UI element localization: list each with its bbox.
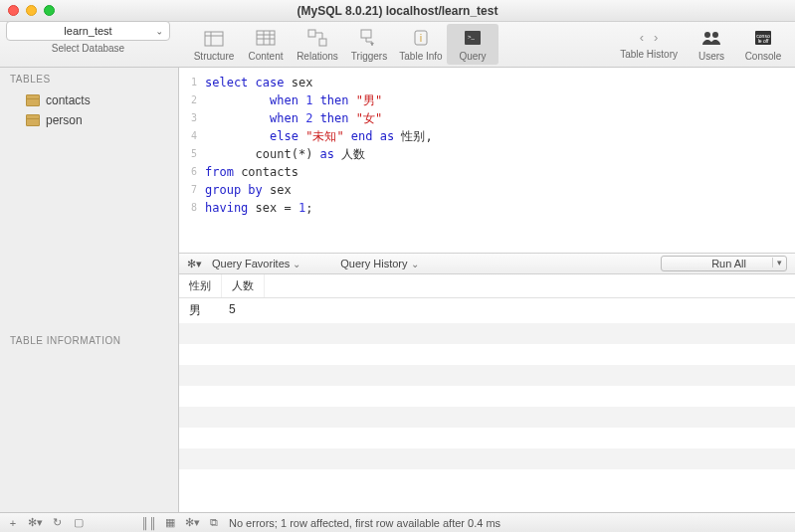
- svg-text:>_: >_: [468, 34, 476, 40]
- table info-icon: i: [409, 27, 433, 49]
- titlebar: (MySQL 8.0.21) localhost/learn_test: [0, 0, 795, 22]
- relations-icon: [305, 27, 329, 49]
- console-icon: console off: [751, 27, 775, 49]
- svg-text:le off: le off: [758, 38, 769, 44]
- sidebar: TABLES contactsperson TABLE INFORMATION: [0, 68, 179, 512]
- structure-icon: [202, 27, 226, 49]
- svg-rect-9: [319, 39, 326, 46]
- results-header: 性别人数: [179, 274, 795, 298]
- toolbar-tab-table-info[interactable]: iTable Info: [395, 24, 447, 65]
- window-title: (MySQL 8.0.21) localhost/learn_test: [0, 4, 795, 18]
- query-midbar: ✻▾ Query Favorites Query History Run All: [179, 253, 795, 274]
- toolbar-tab-relations[interactable]: Relations: [292, 24, 343, 65]
- history-forward-button[interactable]: ›: [654, 30, 658, 45]
- add-icon[interactable]: +: [6, 517, 20, 529]
- columns-icon[interactable]: ║║: [141, 517, 155, 529]
- table-history-label: Table History: [620, 49, 678, 60]
- refresh-icon[interactable]: ↻: [50, 516, 64, 529]
- panel-icon[interactable]: ▢: [72, 516, 86, 529]
- sidebar-tables-heading: TABLES: [0, 68, 178, 90]
- database-selector-value: learn_test: [64, 25, 111, 37]
- table-icon: [26, 114, 40, 126]
- svg-rect-8: [308, 30, 315, 37]
- triggers-icon: [357, 27, 381, 49]
- copy-icon[interactable]: ⧉: [207, 516, 221, 529]
- toolbar-tab-triggers[interactable]: Triggers: [343, 24, 395, 65]
- gear-icon[interactable]: ✻▾: [28, 516, 42, 529]
- toolbar-console-button[interactable]: console offConsole: [737, 24, 789, 65]
- grid-icon[interactable]: ▦: [163, 516, 177, 529]
- svg-marker-11: [370, 43, 374, 46]
- svg-text:i: i: [420, 32, 422, 44]
- users-icon: [699, 27, 723, 49]
- toolbar-tab-query[interactable]: >_Query: [447, 24, 498, 65]
- result-row[interactable]: 男5: [179, 298, 795, 323]
- toolbar-tab-structure[interactable]: Structure: [188, 24, 240, 65]
- history-back-button[interactable]: ‹: [640, 30, 644, 45]
- svg-rect-3: [257, 31, 275, 45]
- column-header[interactable]: 人数: [222, 274, 265, 297]
- svg-point-16: [704, 32, 710, 38]
- database-selector-label: Select Database: [52, 43, 124, 54]
- sql-editor[interactable]: 12345678 select case sex when 1 then "男"…: [179, 68, 795, 223]
- gear2-icon[interactable]: ✻▾: [185, 516, 199, 529]
- statusbar: + ✻▾ ↻ ▢ ║║ ▦ ✻▾ ⧉ No errors; 1 row affe…: [0, 512, 795, 532]
- table-icon: [26, 94, 40, 106]
- results-body: 男5: [179, 298, 795, 512]
- database-selector[interactable]: learn_test: [6, 21, 170, 41]
- content-icon: [254, 27, 278, 49]
- query-icon: >_: [461, 27, 485, 49]
- toolbar-tab-content[interactable]: Content: [240, 24, 292, 65]
- column-header[interactable]: 性别: [179, 274, 222, 297]
- sidebar-info-heading: TABLE INFORMATION: [0, 329, 178, 352]
- svg-rect-0: [205, 32, 223, 46]
- status-text: No errors; 1 row affected, first row ava…: [229, 517, 500, 529]
- run-all-button[interactable]: Run All: [661, 256, 787, 271]
- editor-area: 12345678 select case sex when 1 then "男"…: [179, 68, 795, 512]
- toolbar-users-button[interactable]: Users: [686, 24, 737, 65]
- toolbar: learn_test Select Database StructureCont…: [0, 22, 795, 68]
- svg-rect-10: [361, 30, 371, 38]
- query-favorites-dropdown[interactable]: Query Favorites: [212, 258, 300, 269]
- query-history-dropdown[interactable]: Query History: [340, 258, 418, 269]
- table-item-person[interactable]: person: [0, 110, 178, 130]
- svg-point-17: [712, 32, 718, 38]
- table-item-contacts[interactable]: contacts: [0, 90, 178, 110]
- query-settings-icon[interactable]: ✻▾: [187, 258, 202, 270]
